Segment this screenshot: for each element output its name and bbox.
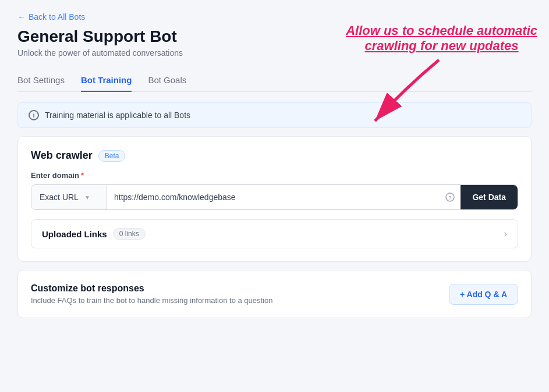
get-data-button[interactable]: Get Data <box>461 185 518 209</box>
beta-badge: Beta <box>98 150 126 162</box>
links-count-badge: 0 links <box>113 228 146 240</box>
uploaded-links-row[interactable]: Uploaded Links 0 links › <box>31 219 518 248</box>
info-text: Training material is applicable to all B… <box>45 111 190 120</box>
tabs-nav: Bot Settings Bot Training Bot Goals <box>17 69 532 92</box>
url-type-select[interactable]: Exact URL ▼ <box>31 185 107 209</box>
web-crawler-card: Web crawler Beta Enter domain* Exact URL… <box>17 136 532 262</box>
customize-title: Customize bot responses <box>31 283 273 294</box>
required-indicator: * <box>81 171 84 180</box>
info-icon: i <box>29 110 39 120</box>
back-link-label: Back to All Bots <box>29 12 85 22</box>
add-qa-button[interactable]: + Add Q & A <box>449 284 518 305</box>
chevron-down-icon: ▼ <box>84 194 90 201</box>
uploaded-links-title: Uploaded Links <box>42 229 107 239</box>
content-area: i Training material is applicable to all… <box>17 102 532 318</box>
back-link[interactable]: ← Back to All Bots <box>17 12 85 22</box>
tab-bot-training[interactable]: Bot Training <box>81 69 132 92</box>
page-title: General Support Bot <box>17 27 532 46</box>
page-container: ← Back to All Bots General Support Bot U… <box>0 0 549 392</box>
tab-bot-settings[interactable]: Bot Settings <box>17 69 65 92</box>
help-icon[interactable]: ? <box>440 185 461 209</box>
url-input[interactable] <box>107 185 440 209</box>
customize-left: Customize bot responses Include FAQs to … <box>31 283 273 305</box>
info-banner: i Training material is applicable to all… <box>17 102 532 128</box>
back-arrow-icon: ← <box>17 12 26 22</box>
domain-label: Enter domain* <box>31 171 518 180</box>
customize-subtitle: Include FAQs to train the bot to handle … <box>31 296 273 305</box>
uploaded-links-left: Uploaded Links 0 links <box>42 228 146 240</box>
chevron-right-icon: › <box>504 229 507 239</box>
page-subtitle: Unlock the power of automated conversati… <box>17 48 532 58</box>
domain-input-row: Exact URL ▼ ? Get Data <box>31 184 518 210</box>
web-crawler-title: Web crawler <box>31 149 93 162</box>
svg-text:?: ? <box>449 195 452 201</box>
tab-bot-goals[interactable]: Bot Goals <box>148 69 186 92</box>
customize-card: Customize bot responses Include FAQs to … <box>17 270 532 318</box>
url-type-label: Exact URL <box>40 193 79 202</box>
web-crawler-header: Web crawler Beta <box>31 149 518 162</box>
